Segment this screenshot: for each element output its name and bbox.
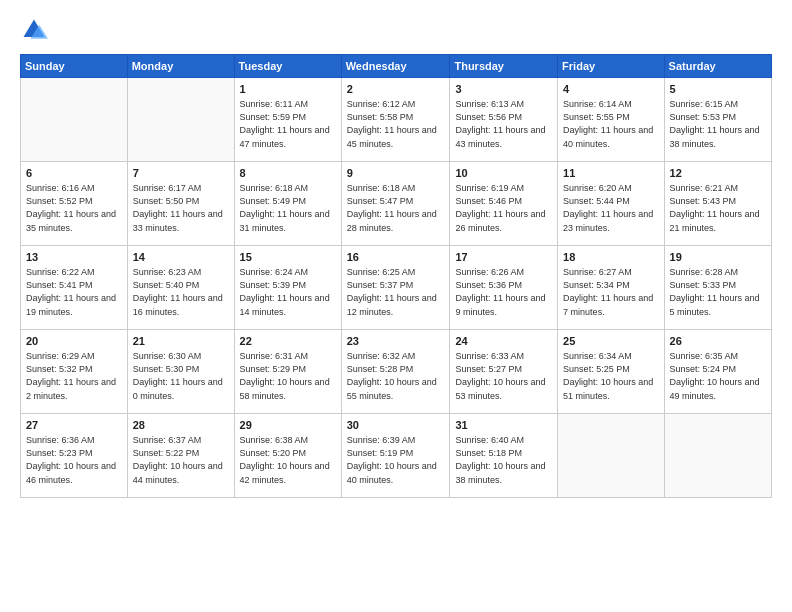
calendar-week-5: 27Sunrise: 6:36 AM Sunset: 5:23 PM Dayli… bbox=[21, 414, 772, 498]
day-info: Sunrise: 6:17 AM Sunset: 5:50 PM Dayligh… bbox=[133, 182, 229, 234]
day-number: 1 bbox=[240, 82, 336, 97]
calendar-cell: 21Sunrise: 6:30 AM Sunset: 5:30 PM Dayli… bbox=[127, 330, 234, 414]
day-info: Sunrise: 6:24 AM Sunset: 5:39 PM Dayligh… bbox=[240, 266, 336, 318]
day-number: 20 bbox=[26, 334, 122, 349]
day-info: Sunrise: 6:21 AM Sunset: 5:43 PM Dayligh… bbox=[670, 182, 766, 234]
calendar-header: SundayMondayTuesdayWednesdayThursdayFrid… bbox=[21, 55, 772, 78]
day-info: Sunrise: 6:35 AM Sunset: 5:24 PM Dayligh… bbox=[670, 350, 766, 402]
logo bbox=[20, 16, 52, 44]
calendar-cell: 19Sunrise: 6:28 AM Sunset: 5:33 PM Dayli… bbox=[664, 246, 771, 330]
day-number: 5 bbox=[670, 82, 766, 97]
day-number: 2 bbox=[347, 82, 445, 97]
calendar-cell: 27Sunrise: 6:36 AM Sunset: 5:23 PM Dayli… bbox=[21, 414, 128, 498]
calendar-cell: 29Sunrise: 6:38 AM Sunset: 5:20 PM Dayli… bbox=[234, 414, 341, 498]
day-info: Sunrise: 6:37 AM Sunset: 5:22 PM Dayligh… bbox=[133, 434, 229, 486]
day-number: 18 bbox=[563, 250, 658, 265]
calendar-cell: 3Sunrise: 6:13 AM Sunset: 5:56 PM Daylig… bbox=[450, 78, 558, 162]
calendar-cell: 16Sunrise: 6:25 AM Sunset: 5:37 PM Dayli… bbox=[341, 246, 450, 330]
day-number: 6 bbox=[26, 166, 122, 181]
day-number: 7 bbox=[133, 166, 229, 181]
weekday-header-friday: Friday bbox=[558, 55, 664, 78]
day-number: 4 bbox=[563, 82, 658, 97]
day-info: Sunrise: 6:40 AM Sunset: 5:18 PM Dayligh… bbox=[455, 434, 552, 486]
day-info: Sunrise: 6:15 AM Sunset: 5:53 PM Dayligh… bbox=[670, 98, 766, 150]
day-info: Sunrise: 6:18 AM Sunset: 5:49 PM Dayligh… bbox=[240, 182, 336, 234]
day-number: 31 bbox=[455, 418, 552, 433]
weekday-header-thursday: Thursday bbox=[450, 55, 558, 78]
day-info: Sunrise: 6:22 AM Sunset: 5:41 PM Dayligh… bbox=[26, 266, 122, 318]
calendar-week-3: 13Sunrise: 6:22 AM Sunset: 5:41 PM Dayli… bbox=[21, 246, 772, 330]
day-number: 17 bbox=[455, 250, 552, 265]
page: SundayMondayTuesdayWednesdayThursdayFrid… bbox=[0, 0, 792, 612]
calendar-cell: 7Sunrise: 6:17 AM Sunset: 5:50 PM Daylig… bbox=[127, 162, 234, 246]
calendar-cell: 4Sunrise: 6:14 AM Sunset: 5:55 PM Daylig… bbox=[558, 78, 664, 162]
day-number: 29 bbox=[240, 418, 336, 433]
weekday-header-monday: Monday bbox=[127, 55, 234, 78]
day-number: 27 bbox=[26, 418, 122, 433]
day-info: Sunrise: 6:31 AM Sunset: 5:29 PM Dayligh… bbox=[240, 350, 336, 402]
day-info: Sunrise: 6:27 AM Sunset: 5:34 PM Dayligh… bbox=[563, 266, 658, 318]
calendar-cell: 20Sunrise: 6:29 AM Sunset: 5:32 PM Dayli… bbox=[21, 330, 128, 414]
calendar-cell: 26Sunrise: 6:35 AM Sunset: 5:24 PM Dayli… bbox=[664, 330, 771, 414]
day-number: 19 bbox=[670, 250, 766, 265]
header bbox=[20, 16, 772, 44]
calendar-week-1: 1Sunrise: 6:11 AM Sunset: 5:59 PM Daylig… bbox=[21, 78, 772, 162]
day-info: Sunrise: 6:12 AM Sunset: 5:58 PM Dayligh… bbox=[347, 98, 445, 150]
day-info: Sunrise: 6:13 AM Sunset: 5:56 PM Dayligh… bbox=[455, 98, 552, 150]
calendar-cell: 28Sunrise: 6:37 AM Sunset: 5:22 PM Dayli… bbox=[127, 414, 234, 498]
day-number: 10 bbox=[455, 166, 552, 181]
calendar-cell: 1Sunrise: 6:11 AM Sunset: 5:59 PM Daylig… bbox=[234, 78, 341, 162]
day-info: Sunrise: 6:23 AM Sunset: 5:40 PM Dayligh… bbox=[133, 266, 229, 318]
weekday-header-sunday: Sunday bbox=[21, 55, 128, 78]
calendar-cell: 17Sunrise: 6:26 AM Sunset: 5:36 PM Dayli… bbox=[450, 246, 558, 330]
calendar-table: SundayMondayTuesdayWednesdayThursdayFrid… bbox=[20, 54, 772, 498]
calendar-cell: 6Sunrise: 6:16 AM Sunset: 5:52 PM Daylig… bbox=[21, 162, 128, 246]
day-info: Sunrise: 6:16 AM Sunset: 5:52 PM Dayligh… bbox=[26, 182, 122, 234]
day-number: 9 bbox=[347, 166, 445, 181]
day-info: Sunrise: 6:18 AM Sunset: 5:47 PM Dayligh… bbox=[347, 182, 445, 234]
day-number: 30 bbox=[347, 418, 445, 433]
day-number: 24 bbox=[455, 334, 552, 349]
calendar-cell bbox=[558, 414, 664, 498]
day-number: 25 bbox=[563, 334, 658, 349]
day-info: Sunrise: 6:25 AM Sunset: 5:37 PM Dayligh… bbox=[347, 266, 445, 318]
calendar-cell: 8Sunrise: 6:18 AM Sunset: 5:49 PM Daylig… bbox=[234, 162, 341, 246]
day-info: Sunrise: 6:20 AM Sunset: 5:44 PM Dayligh… bbox=[563, 182, 658, 234]
day-number: 8 bbox=[240, 166, 336, 181]
calendar-cell: 22Sunrise: 6:31 AM Sunset: 5:29 PM Dayli… bbox=[234, 330, 341, 414]
day-number: 23 bbox=[347, 334, 445, 349]
calendar-week-2: 6Sunrise: 6:16 AM Sunset: 5:52 PM Daylig… bbox=[21, 162, 772, 246]
calendar-week-4: 20Sunrise: 6:29 AM Sunset: 5:32 PM Dayli… bbox=[21, 330, 772, 414]
calendar-cell: 23Sunrise: 6:32 AM Sunset: 5:28 PM Dayli… bbox=[341, 330, 450, 414]
calendar-cell: 10Sunrise: 6:19 AM Sunset: 5:46 PM Dayli… bbox=[450, 162, 558, 246]
calendar-body: 1Sunrise: 6:11 AM Sunset: 5:59 PM Daylig… bbox=[21, 78, 772, 498]
logo-icon bbox=[20, 16, 48, 44]
calendar-cell: 25Sunrise: 6:34 AM Sunset: 5:25 PM Dayli… bbox=[558, 330, 664, 414]
weekday-header-row: SundayMondayTuesdayWednesdayThursdayFrid… bbox=[21, 55, 772, 78]
weekday-header-tuesday: Tuesday bbox=[234, 55, 341, 78]
day-number: 16 bbox=[347, 250, 445, 265]
calendar-cell bbox=[21, 78, 128, 162]
calendar-cell: 15Sunrise: 6:24 AM Sunset: 5:39 PM Dayli… bbox=[234, 246, 341, 330]
calendar-cell: 18Sunrise: 6:27 AM Sunset: 5:34 PM Dayli… bbox=[558, 246, 664, 330]
calendar-cell: 2Sunrise: 6:12 AM Sunset: 5:58 PM Daylig… bbox=[341, 78, 450, 162]
day-info: Sunrise: 6:19 AM Sunset: 5:46 PM Dayligh… bbox=[455, 182, 552, 234]
calendar-cell: 24Sunrise: 6:33 AM Sunset: 5:27 PM Dayli… bbox=[450, 330, 558, 414]
day-info: Sunrise: 6:38 AM Sunset: 5:20 PM Dayligh… bbox=[240, 434, 336, 486]
calendar-cell bbox=[127, 78, 234, 162]
day-info: Sunrise: 6:11 AM Sunset: 5:59 PM Dayligh… bbox=[240, 98, 336, 150]
calendar-cell bbox=[664, 414, 771, 498]
day-number: 22 bbox=[240, 334, 336, 349]
calendar-cell: 30Sunrise: 6:39 AM Sunset: 5:19 PM Dayli… bbox=[341, 414, 450, 498]
day-info: Sunrise: 6:33 AM Sunset: 5:27 PM Dayligh… bbox=[455, 350, 552, 402]
calendar-cell: 12Sunrise: 6:21 AM Sunset: 5:43 PM Dayli… bbox=[664, 162, 771, 246]
calendar-cell: 11Sunrise: 6:20 AM Sunset: 5:44 PM Dayli… bbox=[558, 162, 664, 246]
calendar-cell: 13Sunrise: 6:22 AM Sunset: 5:41 PM Dayli… bbox=[21, 246, 128, 330]
day-number: 15 bbox=[240, 250, 336, 265]
day-info: Sunrise: 6:30 AM Sunset: 5:30 PM Dayligh… bbox=[133, 350, 229, 402]
weekday-header-wednesday: Wednesday bbox=[341, 55, 450, 78]
day-info: Sunrise: 6:36 AM Sunset: 5:23 PM Dayligh… bbox=[26, 434, 122, 486]
day-number: 26 bbox=[670, 334, 766, 349]
day-info: Sunrise: 6:14 AM Sunset: 5:55 PM Dayligh… bbox=[563, 98, 658, 150]
day-number: 3 bbox=[455, 82, 552, 97]
